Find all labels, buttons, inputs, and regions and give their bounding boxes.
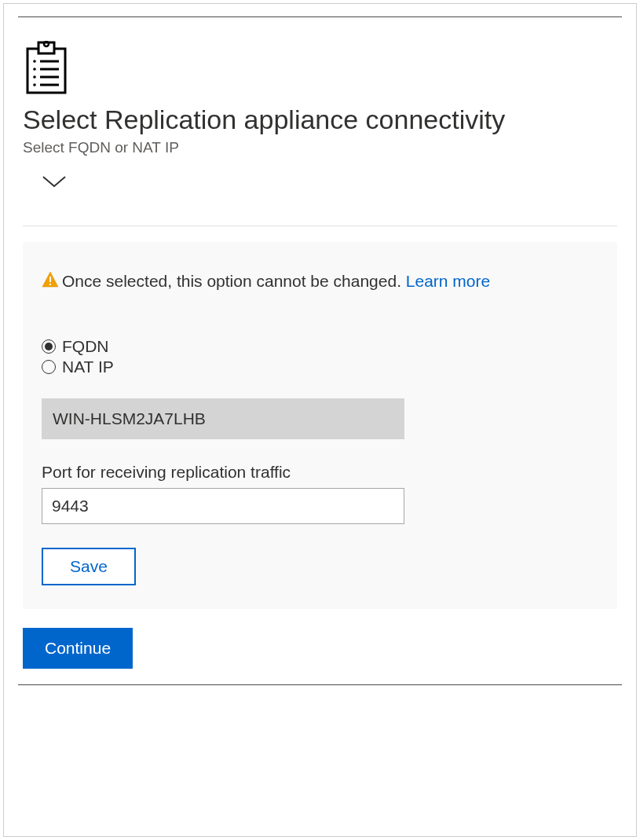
radio-label-natip: NAT IP (62, 358, 114, 376)
svg-point-7 (33, 75, 36, 79)
radio-circle-selected-icon (42, 339, 56, 354)
hostname-field: WIN-HLSM2JA7LHB (42, 398, 404, 439)
mid-divider (23, 226, 617, 226)
warning-icon (42, 271, 59, 288)
chevron-down-icon[interactable] (40, 172, 68, 191)
page-subtitle: Select FQDN or NAT IP (23, 139, 617, 156)
svg-point-5 (33, 68, 36, 71)
page-title: Select Replication appliance connectivit… (23, 104, 617, 136)
radio-fqdn[interactable]: FQDN (42, 337, 598, 356)
radio-label-fqdn: FQDN (62, 337, 109, 356)
port-field-label: Port for receiving replication traffic (42, 463, 598, 482)
form-card: Once selected, this option cannot be cha… (23, 242, 617, 610)
warning-text: Once selected, this option cannot be cha… (62, 269, 490, 294)
radio-natip[interactable]: NAT IP (42, 358, 598, 376)
port-input[interactable] (42, 488, 404, 524)
svg-rect-0 (27, 49, 65, 93)
warning-message: Once selected, this option cannot be cha… (62, 272, 406, 290)
learn-more-link[interactable]: Learn more (406, 272, 490, 290)
svg-point-9 (33, 83, 36, 86)
svg-point-3 (33, 60, 36, 63)
dialog-frame: Select Replication appliance connectivit… (3, 3, 637, 837)
bottom-divider (18, 684, 622, 685)
save-button[interactable]: Save (42, 548, 136, 585)
warning-row: Once selected, this option cannot be cha… (42, 269, 598, 294)
connectivity-radio-group: FQDN NAT IP (42, 337, 598, 376)
radio-circle-icon (42, 360, 56, 374)
svg-rect-1 (38, 42, 54, 53)
clipboard-icon (23, 41, 70, 96)
svg-rect-12 (49, 277, 51, 282)
continue-button[interactable]: Continue (23, 628, 133, 669)
header-section: Select Replication appliance connectivit… (4, 17, 636, 210)
svg-rect-13 (49, 284, 51, 285)
